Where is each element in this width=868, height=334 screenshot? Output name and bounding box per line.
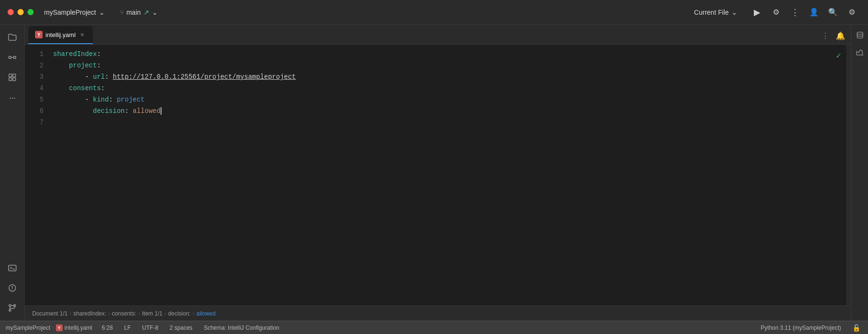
tab-label: intellij.yaml (45, 31, 76, 38)
code-line-3: - url: http://127.0.0.1:25561/project/my… (53, 71, 831, 83)
vertical-scrollbar[interactable] (846, 45, 851, 306)
sidebar-item-git[interactable] (3, 299, 21, 317)
code-line-1: sharedIndex: (53, 48, 831, 60)
breadcrumb-sep-2: › (108, 310, 110, 317)
debug-button[interactable]: ⚙ (768, 4, 785, 21)
right-gutter: ✓ (831, 45, 846, 306)
svg-rect-4 (9, 78, 12, 81)
status-cursor-position[interactable]: 6:28 (100, 325, 115, 331)
breadcrumb-sep-4: › (164, 310, 166, 317)
sidebar-item-problems[interactable] (3, 279, 21, 297)
branch-chevron-icon: ⌄ (152, 9, 158, 16)
sidebar-item-folder[interactable] (3, 28, 21, 46)
tab-file-icon: Y (35, 31, 43, 38)
indent-label: 2 spaces (170, 325, 192, 331)
right-sidebar-database[interactable] (853, 28, 867, 42)
traffic-lights (8, 9, 34, 15)
run-config-selector[interactable]: Current File ⌄ (688, 7, 743, 18)
run-config-chevron-icon: ⌄ (732, 9, 737, 16)
status-schema[interactable]: Schema: IntelliJ Configuration (202, 325, 281, 331)
tab-more-button[interactable]: ⋮ (819, 29, 832, 42)
line-num-3: 3 (25, 71, 44, 83)
code-line-4: consents: (53, 83, 831, 94)
breadcrumb-sep-3: › (138, 310, 140, 317)
sidebar-item-plugins[interactable] (3, 68, 21, 86)
branch-selector[interactable]: ⑂ main ↗ ⌄ (115, 7, 163, 18)
encoding-label: UTF-8 (142, 325, 158, 331)
line-ending-label: LF (124, 325, 131, 331)
line-num-2: 2 (25, 60, 44, 71)
breadcrumb-document[interactable]: Document 1/1 (32, 310, 68, 317)
status-project: mySampleProject › Y intellij.yaml (6, 325, 92, 331)
code-line-2: project: (53, 60, 831, 71)
title-bar-actions: ▶ ⚙ ⋮ 👤 🔍 ⚙ (749, 4, 860, 21)
status-python-interpreter[interactable]: Python 3.11 (mySampleProject) (759, 325, 843, 331)
line-num-1: 1 (25, 48, 44, 60)
line-num-6: 6 (25, 105, 44, 117)
settings-button[interactable]: ⚙ (843, 4, 860, 21)
breadcrumb-item11[interactable]: Item 1/1 (142, 310, 162, 317)
sidebar-item-terminal[interactable] (3, 259, 21, 277)
tab-close-button[interactable]: ✕ (79, 31, 86, 38)
svg-rect-6 (9, 265, 16, 271)
line-numbers: 1 2 3 4 5 6 7 (25, 45, 49, 306)
tab-bar: Y intellij.yaml ✕ ⋮ 🔔 (25, 25, 851, 45)
tab-bar-end: ⋮ 🔔 (819, 29, 847, 44)
more-actions-button[interactable]: ⋮ (787, 4, 804, 21)
code-editor[interactable]: sharedIndex: project: - url: http://127.… (49, 45, 831, 306)
breadcrumb-allowed[interactable]: allowed (196, 310, 216, 317)
run-config-label: Current File (694, 9, 729, 16)
maximize-button[interactable] (27, 9, 34, 15)
notifications-button[interactable]: 🔔 (834, 29, 847, 42)
line-num-5: 5 (25, 94, 44, 105)
add-account-button[interactable]: 👤 (805, 4, 823, 21)
left-sidebar: ··· (0, 25, 25, 321)
status-lock[interactable]: 🔓 (850, 324, 862, 332)
svg-point-1 (13, 56, 16, 59)
branch-name: main (127, 9, 141, 16)
cursor-position-label: 6:28 (102, 325, 113, 331)
editor-area: Y intellij.yaml ✕ ⋮ 🔔 1 2 3 4 5 6 7 (25, 25, 851, 321)
status-bar: mySampleProject › Y intellij.yaml 6:28 L… (0, 321, 868, 334)
breadcrumb-sep-1: › (70, 310, 72, 317)
breadcrumb-bar: Document 1/1 › sharedIndex: › consents: … (25, 306, 851, 321)
right-sidebar-chart[interactable] (853, 46, 867, 59)
python-interpreter-label: Python 3.11 (mySampleProject) (761, 325, 841, 331)
status-indent[interactable]: 2 spaces (168, 325, 194, 331)
validation-check-icon[interactable]: ✓ (836, 50, 841, 62)
branch-arrow-icon: ↗ (144, 9, 149, 16)
line-num-7: 7 (25, 117, 44, 128)
sidebar-item-more[interactable]: ··· (3, 88, 21, 106)
lock-icon: 🔓 (852, 324, 860, 332)
schema-label: Schema: IntelliJ Configuration (204, 325, 279, 331)
svg-point-12 (857, 32, 863, 35)
right-sidebar (851, 25, 868, 321)
close-button[interactable] (8, 9, 14, 15)
status-file-icon: Y (56, 325, 63, 331)
title-bar: mySampleProject ⌄ ⑂ main ↗ ⌄ Current Fil… (0, 0, 868, 25)
breadcrumb-consents[interactable]: consents: (112, 310, 136, 317)
breadcrumb-sharedindex[interactable]: sharedIndex: (73, 310, 106, 317)
code-line-5: - kind: project (53, 94, 831, 105)
sidebar-item-vcs[interactable] (3, 48, 21, 66)
breadcrumb-sep-5: › (192, 310, 194, 317)
editor-content[interactable]: 1 2 3 4 5 6 7 sharedIndex: project: - ur… (25, 45, 851, 306)
search-button[interactable]: 🔍 (824, 4, 841, 21)
status-project-name[interactable]: mySampleProject (6, 325, 50, 331)
vcs-branch-icon: ⑂ (120, 9, 124, 16)
minimize-button[interactable] (18, 9, 24, 15)
status-encoding[interactable]: UTF-8 (140, 325, 160, 331)
code-line-6: decision: allowed (53, 105, 831, 117)
svg-rect-3 (13, 74, 16, 77)
svg-point-0 (9, 56, 11, 59)
status-line-ending[interactable]: LF (122, 325, 133, 331)
code-line-7 (53, 117, 831, 128)
status-file-name[interactable]: intellij.yaml (64, 325, 92, 331)
svg-rect-5 (13, 78, 16, 81)
project-selector[interactable]: mySampleProject ⌄ (39, 7, 109, 18)
tab-intellij-yaml[interactable]: Y intellij.yaml ✕ (28, 26, 93, 44)
breadcrumb-decision[interactable]: decision: (168, 310, 190, 317)
project-chevron-icon: ⌄ (99, 9, 105, 16)
project-name: mySampleProject (44, 9, 96, 16)
run-button[interactable]: ▶ (749, 4, 766, 21)
